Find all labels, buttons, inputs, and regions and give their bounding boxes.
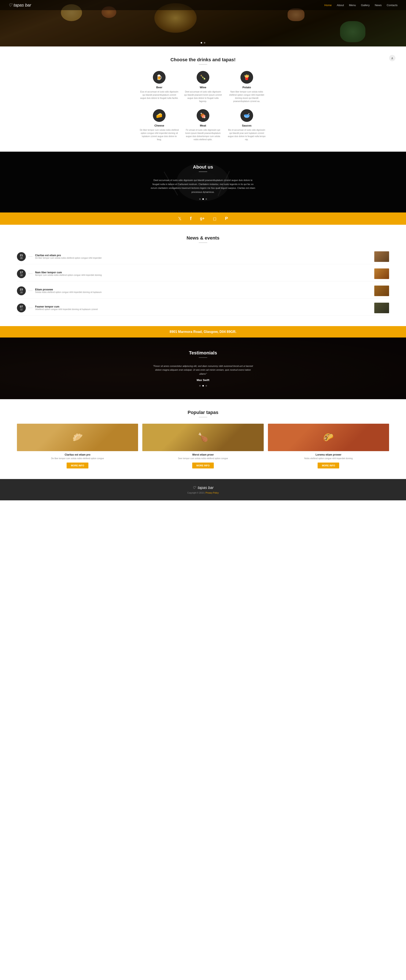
footer-logo-text: tapas bar	[198, 485, 214, 490]
popular-title: Popular tapas	[17, 410, 389, 415]
tapa-desc-3: Nobis eleifend option congue nihil imper…	[268, 457, 389, 460]
news-item-1: 21 09 Claritas est etiam pro De liber te…	[17, 249, 389, 264]
google-plus-icon[interactable]: g+	[200, 216, 205, 221]
cheese-icon: 🧀	[153, 109, 166, 122]
scroll-up-button[interactable]: ∧	[389, 55, 395, 61]
news-divider	[199, 242, 207, 243]
nav-gallery[interactable]: Gallery	[361, 3, 370, 7]
nav-about[interactable]: About	[337, 3, 344, 7]
beer-name: Beer	[139, 86, 179, 89]
news-thumb-3	[374, 286, 389, 296]
more-info-button-2[interactable]: More info	[192, 463, 214, 468]
beer-icon: 🍺	[153, 71, 166, 84]
about-divider	[199, 172, 207, 172]
privacy-policy-link[interactable]: Privacy Policy	[206, 492, 219, 494]
news-item-3: 23 10 Etiam prosewe Soluta nobis eleifen…	[17, 283, 389, 298]
sauces-desc: Bio et accumsan et iusto odio dignissim …	[227, 129, 267, 141]
footer-copy-text: Copyright © 2015 |	[187, 492, 205, 494]
news-headline-4: Feamer tempor cum	[35, 305, 372, 308]
testimonial-dot-1[interactable]	[199, 385, 201, 387]
nav-news[interactable]: News	[375, 3, 382, 7]
tapa-name-1: Claritas est etiam pro	[17, 453, 138, 456]
tapa-desc-2: Seer tempor cum soluta nobis eleifend op…	[142, 457, 264, 460]
more-info-button-3[interactable]: More info	[318, 463, 339, 468]
testimonial-dot-2[interactable]	[202, 385, 204, 387]
item-sauces: 🥣 Sauces Bio et accumsan et iusto odio d…	[227, 109, 267, 141]
about-dot-3[interactable]	[206, 198, 207, 200]
sauces-name: Sauces	[227, 124, 267, 127]
logo-icon: ♡	[8, 3, 12, 8]
testimonial-dots	[17, 385, 389, 387]
news-headline-2: Nam liber tempor cum	[35, 271, 372, 274]
news-summary-4: Veleifend option congue nihil imperdiet …	[35, 308, 372, 310]
tapa-desc-1: De liber tempor cum soluta nobis eleifen…	[17, 457, 138, 460]
tapa-image-3: 🌮	[268, 424, 389, 451]
news-thumb-2	[374, 269, 389, 279]
news-date-4: 07 12	[17, 304, 26, 312]
main-nav: ♡ tapas bar Home About Menu Gallery News…	[0, 0, 406, 10]
cheese-desc: De liber tempor cum soluta nobis eleifen…	[139, 129, 179, 141]
nav-menu[interactable]: Menu	[349, 3, 356, 7]
tapa-name-3: Loremu etiam prower	[268, 453, 389, 456]
news-month-3: 10	[20, 291, 22, 294]
testimonial-author: Max Swift	[17, 379, 389, 382]
item-beer: 🍺 Beer Eius et accumsan et iusto odio di…	[139, 71, 179, 103]
news-item-4: 07 12 Feamer tempor cum Veleifend option…	[17, 301, 389, 315]
item-meat: 🍖 Meat Fe umsan et iusto odio dignissim …	[183, 109, 223, 141]
choose-divider	[199, 64, 207, 65]
address-text: 8901 Marmora Road, Glasgow, D04 89GR.	[169, 330, 237, 334]
footer-logo-icon: ♡	[192, 485, 196, 490]
testimonials-section: Testimonials "Feoor sit ames consectetur…	[0, 337, 406, 399]
news-content-3: Etiam prosewe Soluta nobis eleifend opti…	[35, 288, 372, 293]
news-day-4: 07	[20, 305, 23, 309]
nav-home[interactable]: Home	[324, 3, 332, 7]
tapa-card-3: 🌮 Loremu etiam prower Nobis eleifend opt…	[268, 424, 389, 468]
news-content-1: Claritas est etiam pro De liber tempor c…	[35, 254, 372, 259]
testimonial-quote: "Feoor sit ames consectetur adipiscing e…	[152, 364, 254, 376]
news-summary-2: Itempor cum soluta nobis eleifend option…	[35, 274, 372, 276]
choose-title: Choose the drinks and tapas!	[17, 57, 389, 62]
items-grid: 🍺 Beer Eius et accumsan et iusto odio di…	[139, 71, 267, 141]
item-cheese: 🧀 Cheese De liber tempor cum soluta nobi…	[139, 109, 179, 141]
hero-dot-2[interactable]	[204, 42, 205, 43]
facebook-icon[interactable]: f	[190, 216, 191, 221]
nav-contacts[interactable]: Contacts	[387, 3, 398, 7]
about-dot-1[interactable]	[199, 198, 201, 200]
popular-section: Popular tapas 🥟 Claritas est etiam pro D…	[0, 399, 406, 479]
meat-name: Meat	[183, 124, 223, 127]
wine-desc: Deet accumsan et iusto odio dignissim qu…	[183, 90, 223, 103]
pinterest-icon[interactable]: P	[225, 216, 228, 221]
site-logo[interactable]: ♡ tapas bar	[8, 3, 31, 8]
potato-name: Potato	[227, 86, 267, 89]
twitter-icon[interactable]: 𝕏	[178, 216, 181, 221]
tapa-image-1: 🥟	[17, 424, 138, 451]
news-thumb-4	[374, 303, 389, 313]
address-bar: 8901 Marmora Road, Glasgow, D04 89GR.	[0, 326, 406, 337]
news-item-2: 17 10 Nam liber tempor cum Itempor cum s…	[17, 266, 389, 281]
news-month-1: 09	[20, 257, 22, 259]
tapa-card-1: 🥟 Claritas est etiam pro De liber tempor…	[17, 424, 138, 468]
news-date-3: 23 10	[17, 286, 26, 295]
tapas-grid: 🥟 Claritas est etiam pro De liber tempor…	[17, 424, 389, 468]
testimonial-dot-3[interactable]	[206, 385, 207, 387]
news-content-2: Nam liber tempor cum Itempor cum soluta …	[35, 271, 372, 276]
news-content-4: Feamer tempor cum Veleifend option congu…	[35, 305, 372, 310]
footer-logo: ♡ tapas bar	[6, 485, 400, 490]
news-month-4: 12	[20, 309, 22, 311]
hero-dots	[201, 42, 205, 43]
popular-divider	[199, 417, 207, 417]
meat-icon: 🍖	[197, 109, 209, 122]
instagram-icon[interactable]: ◻	[213, 216, 217, 221]
news-month-2: 10	[20, 274, 22, 277]
news-summary-1: De liber tempor cum soluta nobis eleifen…	[35, 257, 372, 259]
news-day-1: 21	[20, 254, 23, 257]
about-dot-2[interactable]	[202, 198, 204, 200]
more-info-button-1[interactable]: More info	[67, 463, 88, 468]
hero-dot-1[interactable]	[201, 42, 202, 43]
item-wine: 🍾 Wine Deet accumsan et iusto odio digni…	[183, 71, 223, 103]
potato-icon: 🍟	[240, 71, 253, 84]
about-text: Deet accumsan et iusto odio dignissim qu…	[150, 178, 256, 194]
social-bar: 𝕏 f g+ ◻ P	[0, 213, 406, 225]
tapa-name-2: Werst etiam proer	[142, 453, 264, 456]
news-headline-3: Etiam prosewe	[35, 288, 372, 291]
